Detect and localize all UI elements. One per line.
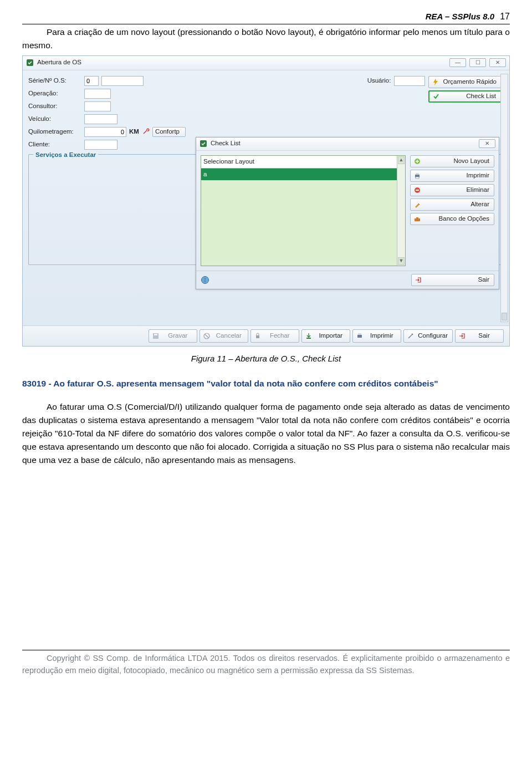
exit2-icon [458,332,466,340]
banco-label: Banco de Opções [424,214,489,224]
header-rule [22,24,510,24]
imprimir-dialog-button[interactable]: Imprimir [410,170,494,182]
dialog-sair-label: Sair [426,275,489,285]
confort-button[interactable]: Confortp [152,127,186,137]
list-scrollbar[interactable]: ▲ ▼ [397,156,405,266]
input-cliente[interactable] [84,140,117,150]
page-number: 17 [500,10,510,24]
footer-rule [22,650,510,650]
svg-rect-8 [416,190,419,191]
input-consultor[interactable] [84,101,111,111]
save-icon [152,332,160,340]
layout-listbox[interactable]: Selecionar Layout a ▲ ▼ [201,155,406,266]
input-operacao[interactable] [84,89,111,99]
importar-label: Importar [316,331,345,341]
cancelar-button[interactable]: Cancelar [200,329,248,343]
fieldset-legend: Serviços a Executar [33,150,98,160]
checklist-label: Check List [443,91,496,101]
svg-rect-15 [256,335,259,338]
scroll-up-icon[interactable]: ▲ [398,156,405,164]
minimize-button[interactable]: — [449,58,466,67]
orcamento-rapido-button[interactable]: Orçamento Rápido [428,76,502,88]
plus-icon [413,157,421,165]
import-icon [305,332,313,340]
sair-label: Sair [469,331,499,341]
imprimir-dlg-label: Imprimir [424,171,489,181]
globe-icon[interactable] [201,276,209,284]
scrollbar-thumb[interactable] [502,313,507,320]
svg-rect-13 [154,334,157,335]
list-selected-row[interactable]: a [201,169,405,181]
input-veiculo[interactable] [84,114,117,124]
lock-icon [254,332,262,340]
label-serie: Série/Nº O.S: [28,76,81,86]
edit-icon [413,201,421,208]
eliminar-label: Eliminar [424,185,489,195]
close-button[interactable]: ✕ [489,58,506,67]
dialog-close-button[interactable]: ✕ [479,139,495,148]
orcamento-label: Orçamento Rápido [443,77,497,87]
cancel-icon [203,332,211,340]
label-consultor: Consultor: [28,101,81,111]
lightning-icon [432,78,439,86]
check-list-button[interactable]: Check List [428,90,502,103]
main-titlebar: Abertura de OS — ☐ ✕ [23,56,509,70]
configurar-label: Configurar [418,331,448,341]
body-paragraph: Ao faturar uma O.S (Comercial/D/I) utili… [22,400,510,467]
fechar-button[interactable]: Fechar [250,329,299,343]
label-cliente: Cliente: [28,140,81,150]
svg-rect-18 [358,333,361,335]
figure-caption: Figura 11 – Abertura de O.S., Check List [22,352,510,365]
svg-rect-10 [416,217,418,218]
checklist-dialog: Check List ✕ Selecionar Layout a ▲ ▼ [196,137,499,289]
alterar-label: Alterar [424,200,489,210]
imprimir-label: Imprimir [367,331,396,341]
configurar-button[interactable]: Configurar [403,329,453,343]
label-usuario: Usuário: [367,76,391,86]
imprimir-button[interactable]: Imprimir [352,329,401,343]
exit-icon [415,276,422,284]
form-scrollbar[interactable] [500,74,508,322]
input-serie-ext[interactable] [101,76,144,86]
km-unit: KM [129,127,139,137]
dialog-app-icon [200,140,207,147]
cancelar-label: Cancelar [214,331,243,341]
gravar-label: Gravar [163,331,192,341]
dialog-titlebar: Check List ✕ [196,138,499,151]
confort-label: Confortp [155,127,183,137]
label-operacao: Operação: [28,89,81,99]
svg-rect-6 [416,177,419,179]
alterar-button[interactable]: Alterar [410,198,494,211]
sair-button[interactable]: Sair [455,329,504,343]
check-icon [432,93,440,100]
input-serie-num[interactable] [84,76,99,86]
printer2-icon [356,332,364,340]
svg-rect-17 [357,335,362,338]
importar-button[interactable]: Importar [301,329,350,343]
gravar-button[interactable]: Gravar [149,329,197,343]
footer-copyright: Copyright © SS Comp. de Informática LTDA… [22,653,510,677]
svg-marker-1 [433,79,438,85]
input-usuario[interactable] [394,76,425,86]
svg-rect-9 [415,218,420,221]
toolbox-icon [413,215,421,223]
wrench-icon [142,128,150,136]
dialog-title: Check List [211,139,241,149]
scroll-down-icon[interactable]: ▼ [398,257,405,265]
eliminar-button[interactable]: Eliminar [410,184,494,196]
svg-rect-5 [416,173,419,175]
dialog-sair-button[interactable]: Sair [411,274,494,286]
config-icon [407,332,415,340]
input-km[interactable] [84,127,126,137]
intro-paragraph: Para a criação de um novo layout (pressi… [22,26,510,52]
svg-rect-16 [306,338,311,339]
banco-opcoes-button[interactable]: Banco de Opções [410,213,494,225]
printer-icon [413,172,421,180]
doc-header-title: REA – SSPlus 8.0 [426,10,495,23]
maximize-button[interactable]: ☐ [469,58,486,67]
app-icon [26,59,34,67]
label-veiculo: Veículo: [28,114,81,124]
novo-layout-button[interactable]: Novo Layout [410,155,494,167]
bottom-toolbar: Gravar Cancelar Fechar Importar Imprimir… [23,325,509,346]
label-km: Quilometragem: [28,127,81,137]
